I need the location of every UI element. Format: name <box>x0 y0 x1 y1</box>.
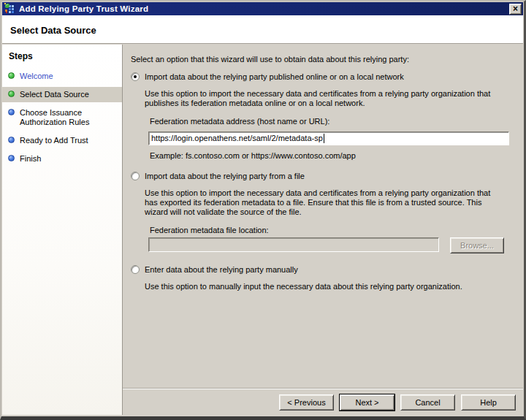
browse-button[interactable]: Browse... <box>450 237 504 253</box>
step-item-ready-to-add-trust[interactable]: Ready to Add Trust <box>2 133 122 148</box>
previous-button[interactable]: < Previous <box>279 394 334 411</box>
wizard-footer: < Previous Next > Cancel Help <box>123 389 523 415</box>
step-todo-icon <box>8 155 15 161</box>
previous-button-label: < Previous <box>287 398 325 407</box>
step-label: Welcome <box>20 72 53 81</box>
content-panel: Select an option that this wizard will u… <box>123 45 523 389</box>
step-label: Choose Issuance Authorization Rules <box>20 108 116 127</box>
steps-heading: Steps <box>2 45 122 66</box>
page-title: Select Data Source <box>2 15 523 36</box>
metadata-address-example: Example: fs.contoso.com or https://www.c… <box>150 151 514 161</box>
metadata-file-input[interactable] <box>148 237 439 252</box>
option-label[interactable]: Import data about the relying party from… <box>145 172 305 181</box>
title-bar: Add Relying Party Trust Wizard × <box>2 2 523 15</box>
intro-text: Select an option that this wizard will u… <box>131 55 481 64</box>
radio-import-online[interactable] <box>131 72 140 81</box>
step-item-choose-issuance-authorization-rules[interactable]: Choose Issuance Authorization Rules <box>2 105 122 130</box>
option-description: Use this option to manually input the ne… <box>145 282 502 291</box>
wizard-body: Steps Welcome Select Data Source Choose … <box>2 45 523 415</box>
text-caret <box>324 134 324 143</box>
content-column: Select an option that this wizard will u… <box>123 45 523 415</box>
option-label[interactable]: Enter data about the relying party manua… <box>145 265 298 275</box>
cancel-button-label: Cancel <box>415 398 440 407</box>
wizard-window: Add Relying Party Trust Wizard × Select … <box>0 0 526 420</box>
close-icon: × <box>513 4 518 13</box>
wizard-page-header: Select Data Source <box>2 15 523 44</box>
metadata-address-label: Federation metadata address (host name o… <box>150 117 514 126</box>
adfs-wizard-icon <box>4 3 16 15</box>
step-todo-icon <box>8 137 15 143</box>
radio-enter-manually[interactable] <box>131 265 140 274</box>
step-label: Finish <box>20 154 41 164</box>
option-import-online[interactable]: Import data about the relying party publ… <box>131 72 514 82</box>
close-button[interactable]: × <box>509 4 522 15</box>
step-label: Ready to Add Trust <box>20 136 88 145</box>
next-button[interactable]: Next > <box>340 394 394 411</box>
option-import-file[interactable]: Import data about the relying party from… <box>131 172 514 181</box>
option-description: Use this option to import the necessary … <box>145 89 502 108</box>
help-button-label: Help <box>480 398 497 407</box>
metadata-file-label: Federation metadata file location: <box>150 226 514 235</box>
steps-sidebar: Steps Welcome Select Data Source Choose … <box>2 45 123 415</box>
step-todo-icon <box>8 109 15 115</box>
help-button[interactable]: Help <box>461 394 516 411</box>
step-done-icon <box>8 72 15 79</box>
radio-import-file[interactable] <box>131 172 140 180</box>
browse-button-label: Browse... <box>460 241 494 251</box>
cancel-button[interactable]: Cancel <box>400 394 455 411</box>
next-button-label: Next > <box>355 398 378 407</box>
metadata-file-row: Browse... <box>148 237 514 253</box>
option-description: Use this option to import the necessary … <box>145 188 502 217</box>
metadata-address-value: https://login.openathens.net/saml/2/meta… <box>151 134 323 143</box>
step-label: Select Data Source <box>20 90 89 99</box>
metadata-address-input[interactable]: https://login.openathens.net/saml/2/meta… <box>148 131 509 145</box>
option-label[interactable]: Import data about the relying party publ… <box>145 72 404 82</box>
step-item-select-data-source[interactable]: Select Data Source <box>2 87 122 102</box>
option-enter-manually[interactable]: Enter data about the relying party manua… <box>131 265 514 275</box>
step-item-welcome[interactable]: Welcome <box>2 69 122 84</box>
window-title: Add Relying Party Trust Wizard <box>19 4 506 13</box>
step-item-finish[interactable]: Finish <box>2 151 122 167</box>
step-done-icon <box>8 91 15 97</box>
